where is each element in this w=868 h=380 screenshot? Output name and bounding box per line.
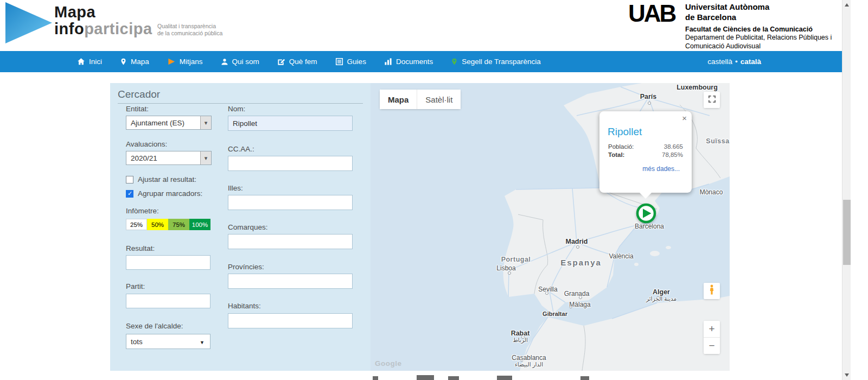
comarques-label: Comarques: — [228, 223, 268, 231]
infowindow-poblacio-row: Població: 38.665 — [599, 143, 692, 150]
scrollbar-thumb[interactable] — [843, 200, 851, 265]
illes-input[interactable] — [228, 195, 353, 210]
map-label: València — [609, 252, 633, 260]
nav-item-que-fem[interactable]: Què fem — [277, 58, 317, 66]
lang-separator: • — [735, 58, 738, 66]
map-label: Casablanca — [512, 354, 546, 362]
avaluacions-select-value: 2020/21 — [126, 154, 200, 162]
nav-item-segell[interactable]: Segell de Transparència — [451, 58, 541, 66]
search-panel: Cercador Entitat: Ajuntament (ES) Avalua… — [110, 83, 371, 371]
entitat-select[interactable]: Ajuntament (ES) — [126, 116, 212, 130]
uab-name-line2: de Barcelona — [685, 12, 832, 23]
nav-item-mitjans[interactable]: Mitjans — [167, 58, 203, 66]
close-icon[interactable]: × — [682, 114, 687, 122]
map-label: Granada — [564, 290, 590, 297]
resultat-input[interactable] — [126, 255, 210, 270]
home-icon — [77, 58, 85, 66]
avaluacions-select[interactable]: 2020/21 — [126, 151, 212, 165]
nav-item-label: Guies — [347, 58, 366, 66]
map-label: Sevilla — [538, 286, 557, 293]
map-label: الدار البيضاء — [515, 361, 543, 368]
map-label: Luxembourg — [676, 84, 718, 91]
map-label: Suïssa — [706, 137, 729, 145]
uab-text-block: Universitat Autònoma de Barcelona Facult… — [685, 2, 832, 50]
logo-title-participa: participa — [84, 20, 152, 37]
logo-title-infoparticipa: infoparticipa — [54, 20, 152, 38]
footer-content-peek — [497, 376, 512, 380]
entitat-label: Entitat: — [126, 105, 149, 113]
poblacio-value: 38.665 — [664, 143, 683, 150]
agrupar-checkbox[interactable] — [126, 190, 133, 198]
map-infowindow: × Ripollet Població: 38.665 Total: 78,85… — [599, 111, 692, 193]
entitat-select-value: Ajuntament (ES) — [126, 119, 200, 127]
nav-item-label: Mitjans — [180, 58, 203, 66]
map-type-mapa-button[interactable]: Mapa — [380, 90, 417, 109]
ajustar-label: Ajustar al resultat: — [138, 175, 196, 183]
fullscreen-button[interactable] — [704, 92, 720, 108]
total-value: 78,85% — [662, 151, 683, 158]
comarques-input[interactable] — [228, 234, 353, 249]
zoom-control: + − — [704, 321, 720, 354]
zoom-in-button[interactable]: + — [704, 321, 720, 337]
island-menorca — [666, 246, 671, 249]
chevron-down-icon — [200, 337, 205, 346]
habitants-input[interactable] — [228, 313, 353, 328]
map-type-satellit-button[interactable]: Satèl·lit — [417, 90, 461, 109]
street-view-pegman[interactable] — [704, 283, 720, 299]
nom-label: Nom: — [228, 105, 245, 113]
infometre-scale: 25% 50% 75% 100% — [126, 219, 210, 230]
nav-item-qui-som[interactable]: Qui som — [221, 58, 259, 66]
agrupar-label: Agrupar marcadors: — [138, 189, 202, 198]
lang-castella-link[interactable]: castellà — [707, 58, 732, 66]
avaluacions-label: Avaluacions: — [126, 140, 167, 148]
nav-item-label: Qui som — [232, 58, 259, 66]
nav-item-label: Segell de Transparència — [462, 58, 541, 66]
zoom-out-button[interactable]: − — [704, 337, 720, 353]
infometre-segment-25: 25% — [126, 219, 147, 230]
ccaa-input[interactable] — [228, 156, 353, 171]
bar-chart-icon — [384, 58, 392, 66]
infowindow-tail — [639, 192, 652, 199]
sexe-select[interactable]: tots — [126, 334, 210, 349]
nav-item-guies[interactable]: Guies — [335, 58, 366, 66]
total-label: Total: — [608, 151, 624, 158]
scroll-down-arrow-icon[interactable] — [845, 373, 849, 377]
language-switcher: castellà • català — [707, 51, 761, 72]
map-label: الرباط — [513, 337, 528, 343]
agrupar-checkbox-row[interactable]: Agrupar marcadors: — [126, 189, 202, 198]
nav-item-label: Mapa — [131, 58, 149, 66]
infoparticipa-logo-icon[interactable] — [5, 1, 53, 45]
ajustar-checkbox-row[interactable]: Ajustar al resultat: — [126, 175, 196, 183]
map-canvas[interactable]: Luxembourg París Suïssa Mònaco Madrid Es… — [371, 83, 730, 371]
person-icon — [221, 58, 228, 66]
book-lines-icon — [335, 58, 343, 66]
provincies-input[interactable] — [228, 274, 353, 289]
sexe-select-value: tots — [126, 338, 210, 346]
map-type-control: Mapa Satèl·lit — [380, 90, 461, 109]
pegman-icon — [708, 284, 716, 297]
infometre-segment-75: 75% — [168, 219, 189, 230]
uab-name-line1: Universitat Autònoma — [685, 2, 832, 12]
chevron-down-icon[interactable] — [200, 151, 211, 164]
map-label: Rabat — [511, 330, 530, 337]
nav-item-mapa[interactable]: Mapa — [120, 58, 149, 66]
nom-input[interactable] — [228, 116, 353, 131]
nav-item-label: Què fem — [289, 58, 317, 66]
map-label: Espanya — [560, 258, 602, 267]
lang-catala-link[interactable]: català — [741, 58, 761, 66]
infometre-segment-50: 50% — [147, 219, 168, 230]
nav-item-documents[interactable]: Documents — [384, 58, 433, 66]
uab-department-line1: Departament de Publicitat, Relacions Púb… — [685, 33, 832, 42]
map-label: Madrid — [566, 238, 588, 245]
logo-title-info: info — [54, 20, 84, 37]
nav-item-inici[interactable]: Inici — [77, 58, 102, 66]
scroll-up-arrow-icon[interactable] — [845, 3, 849, 7]
partit-input[interactable] — [126, 294, 210, 308]
ajustar-checkbox[interactable] — [126, 176, 133, 183]
vertical-scrollbar[interactable] — [842, 0, 851, 380]
ripollet-map-marker[interactable] — [636, 203, 656, 224]
google-watermark: Google — [375, 359, 402, 368]
island-mallorca — [650, 251, 660, 256]
mes-dades-link[interactable]: més dades... — [599, 165, 680, 173]
chevron-down-icon[interactable] — [200, 116, 211, 129]
